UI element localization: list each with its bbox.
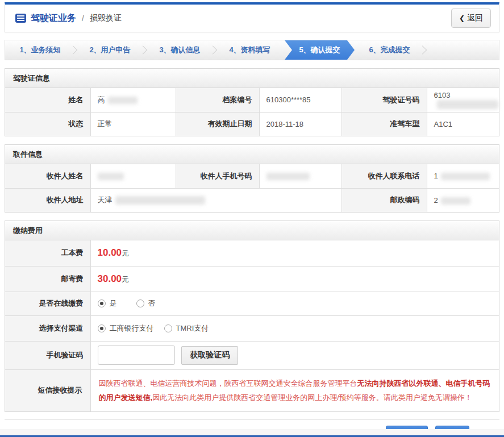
page-container: 驾驶证业务 / 损毁换证 ❮ 返回 1、业务须知 2、用户申告 3、确认信息 4…	[5, 2, 499, 437]
pickup-section-title: 取件信息	[5, 145, 499, 164]
radio-checked-icon	[98, 324, 106, 332]
step-3-confirm-info: 3、确认信息	[145, 40, 215, 60]
radio-online-no[interactable]: 否	[136, 298, 156, 309]
postage-fee-unit: 元	[122, 275, 129, 284]
postage-fee-amount: 30.00	[98, 273, 122, 284]
table-row: 选择支付渠道 工商银行支付 TMRI支付	[5, 315, 499, 341]
recipient-phone-value: 1	[427, 164, 499, 188]
step-indicator: 1、业务须知 2、用户申告 3、确认信息 4、资料填写 5、确认提交 6、完成提…	[5, 40, 499, 60]
pickup-info-section: 取件信息 收件人姓名 收件人手机号码 收件人联系电话 1 收件人地址 天津 邮政…	[5, 144, 499, 213]
recipient-mobile-label: 收件人手机号码	[176, 164, 259, 188]
payment-channel-options: 工商银行支付 TMRI支付	[90, 315, 499, 341]
recipient-phone-label: 收件人联系电话	[341, 164, 427, 188]
radio-unchecked-icon	[136, 299, 144, 307]
redaction-blur	[98, 173, 124, 180]
radio-channel-icbc-label: 工商银行支付	[110, 323, 154, 334]
redaction-blur	[441, 197, 470, 205]
table-row: 是否在线缴费 是 否	[5, 292, 499, 315]
name-label: 姓名	[5, 88, 90, 112]
sms-notice-label: 短信接收提示	[5, 369, 90, 411]
license-info-table: 姓名 高 档案编号 610300****85 驾驶证号码 6103 状态 正常 …	[5, 88, 499, 136]
table-row: 收件人地址 天津 邮政编码 2	[5, 188, 499, 212]
sms-notice-text-cell: 因陕西省联通、电信运营商技术问题，陕西省互联网交通安全综合服务管理平台无法向持陕…	[90, 369, 499, 411]
fees-section-title: 缴纳费用	[5, 221, 499, 240]
postage-fee-label: 邮寄费	[5, 266, 90, 292]
bottom-footer-strip	[0, 429, 504, 437]
license-no-value: 6103	[427, 88, 499, 112]
cost-fee-label: 工本费	[5, 240, 90, 266]
recipient-mobile-value	[259, 164, 341, 188]
table-row: 手机验证码 获取验证码	[5, 341, 499, 369]
radio-unchecked-icon	[164, 324, 172, 332]
vehicle-class-label: 准驾车型	[341, 112, 427, 136]
sms-code-label: 手机验证码	[5, 341, 90, 369]
cost-fee-unit: 元	[122, 249, 129, 257]
header: 驾驶证业务 / 损毁换证 ❮ 返回	[5, 2, 499, 32]
redaction-blur	[441, 173, 490, 180]
name-value: 高	[90, 88, 176, 112]
vehicle-class-value: A1C1	[427, 112, 499, 136]
breadcrumb-separator: /	[82, 14, 84, 23]
sms-code-field: 获取验证码	[90, 341, 499, 369]
payment-channel-label: 选择支付渠道	[5, 315, 90, 341]
status-value: 正常	[90, 112, 176, 136]
redaction-blur	[108, 97, 138, 104]
license-section-title: 驾驶证信息	[5, 69, 499, 88]
table-row: 状态 正常 有效期止日期 2018-11-18 准驾车型 A1C1	[5, 112, 499, 136]
radio-online-yes-label: 是	[110, 298, 117, 309]
back-button-label: 返回	[467, 13, 483, 23]
radio-online-no-label: 否	[148, 298, 156, 309]
license-no-label: 驾驶证号码	[341, 88, 427, 112]
postal-code-label: 邮政编码	[341, 188, 427, 212]
back-button[interactable]: ❮ 返回	[451, 9, 491, 28]
redaction-blur	[115, 196, 205, 205]
table-row: 短信接收提示 因陕西省联通、电信运营商技术问题，陕西省互联网交通安全综合服务管理…	[5, 369, 499, 411]
back-chevron-icon: ❮	[459, 14, 465, 22]
radio-online-yes[interactable]: 是	[98, 298, 117, 309]
postal-code-value: 2	[427, 188, 499, 212]
table-row: 邮寄费 30.00元	[5, 266, 499, 292]
recipient-name-value	[90, 164, 176, 188]
postage-fee-value: 30.00元	[90, 266, 499, 292]
fees-section: 缴纳费用 工本费 10.00元 邮寄费 30.00元 是否在线缴费	[5, 220, 499, 412]
redaction-blur	[437, 100, 498, 109]
recipient-name-label: 收件人姓名	[5, 164, 90, 188]
step-bar-filler	[424, 40, 499, 60]
expiry-value: 2018-11-18	[259, 112, 341, 136]
step-4-fill-in-data: 4、资料填写	[215, 40, 285, 60]
breadcrumb: 驾驶证业务 / 损毁换证	[15, 13, 122, 24]
list-icon	[15, 14, 26, 23]
step-5-confirm-submit-active: 5、确认提交	[285, 40, 355, 60]
online-payment-options: 是 否	[90, 292, 499, 315]
page-title: 驾驶证业务	[31, 13, 76, 24]
step-6-complete-submit: 6、完成提交	[355, 40, 424, 60]
pickup-info-table: 收件人姓名 收件人手机号码 收件人联系电话 1 收件人地址 天津 邮政编码 2	[5, 164, 499, 212]
step-1-business-notice: 1、业务须知	[5, 40, 75, 60]
recipient-address-label: 收件人地址	[5, 188, 90, 212]
file-no-label: 档案编号	[176, 88, 259, 112]
license-info-section: 驾驶证信息 姓名 高 档案编号 610300****85 驾驶证号码 6103 …	[5, 68, 499, 136]
radio-channel-icbc[interactable]: 工商银行支付	[98, 323, 154, 334]
cost-fee-value: 10.00元	[90, 240, 499, 266]
recipient-address-value: 天津	[90, 188, 341, 212]
sms-notice-text: 因陕西省联通、电信运营商技术问题，陕西省互联网交通安全综合服务管理平台无法向持陕…	[99, 376, 491, 405]
table-row: 工本费 10.00元	[5, 240, 499, 266]
table-row: 收件人姓名 收件人手机号码 收件人联系电话 1	[5, 164, 499, 188]
fees-table: 工本费 10.00元 邮寄费 30.00元 是否在线缴费 是	[5, 240, 499, 411]
page-subtitle: 损毁换证	[90, 13, 122, 23]
file-no-value: 610300****85	[259, 88, 341, 112]
table-row: 姓名 高 档案编号 610300****85 驾驶证号码 6103	[5, 88, 499, 112]
radio-channel-tmri-label: TMRI支付	[176, 323, 209, 334]
redaction-blur	[266, 173, 310, 180]
get-sms-code-button[interactable]: 获取验证码	[181, 346, 238, 365]
step-2-user-declaration: 2、用户申告	[75, 40, 145, 60]
radio-channel-tmri[interactable]: TMRI支付	[164, 323, 209, 334]
cost-fee-amount: 10.00	[98, 247, 122, 258]
sms-code-input[interactable]	[98, 346, 175, 365]
radio-checked-icon	[98, 299, 106, 307]
status-label: 状态	[5, 112, 90, 136]
online-payment-label: 是否在线缴费	[5, 292, 90, 315]
expiry-label: 有效期止日期	[176, 112, 259, 136]
